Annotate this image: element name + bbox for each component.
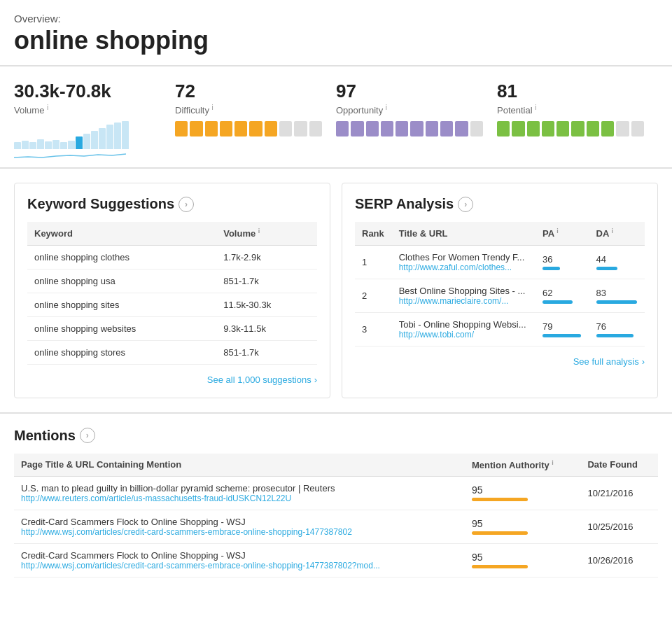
potential-value: 81 [497,80,644,102]
serp-row: 2 Best Online Shopping Sites - ... http:… [355,279,645,312]
mention-title-url: Credit-Card Scammers Flock to Online Sho… [14,543,465,577]
col-date-found: Date Found [580,454,658,477]
volume-cell: 11.5k-30.3k [216,293,317,316]
keyword-row: online shopping usa 851-1.7k [27,269,317,293]
seg [336,121,349,136]
serp-title-url: Clothes For Women Trendy F... http://www… [392,245,536,279]
metrics-row: 30.3k-70.8k Volume i 72 Difficulty i [0,66,672,169]
overview-label: Overview: [14,13,658,24]
vbar [106,125,113,149]
volume-cell: 1.7k-2.9k [216,245,317,269]
col-rank: Rank [355,222,392,245]
seg [440,121,453,136]
difficulty-label: Difficulty i [175,104,322,115]
pa-bar [542,300,573,304]
serp-analysis-arrow[interactable]: › [458,197,473,212]
keyword-row: online shopping sites 11.5k-30.3k [27,293,317,316]
metric-potential: 81 Potential i [497,80,658,160]
seg [249,121,262,136]
authority-bar [472,565,528,568]
seg [587,121,599,136]
seg [426,121,438,136]
vbar [29,142,36,149]
seg [601,121,614,136]
vbar [52,140,59,149]
keyword-row: online shopping stores 851-1.7k [27,340,317,364]
serp-analysis-title: SERP Analysis › [355,196,645,212]
col-mention-title: Page Title & URL Containing Mention [14,454,465,477]
seg-empty [294,121,307,136]
vbar [68,141,75,149]
mention-date: 10/26/2016 [580,543,658,577]
mention-authority: 95 [465,543,580,577]
keyword-cell: online shopping clothes [27,245,216,269]
two-col-section: Keyword Suggestions › Keyword Volume i o… [0,169,672,413]
seg-empty [279,121,292,136]
mentions-table: Page Title & URL Containing Mention Ment… [14,454,658,578]
col-title-url: Title & URL [392,222,536,245]
seg [234,121,247,136]
mention-date: 10/21/2016 [580,476,658,510]
vbar [22,141,29,149]
potential-bar [497,121,644,136]
seg [220,121,232,136]
mention-date: 10/25/2016 [580,510,658,543]
keyword-suggestions-title: Keyword Suggestions › [27,196,317,212]
difficulty-value: 72 [175,80,322,102]
authority-bar [472,498,528,501]
serp-row: 3 Tobi - Online Shopping Websi... http:/… [355,312,645,346]
volume-value: 30.3k-70.8k [14,80,161,102]
see-all-suggestions[interactable]: See all 1,000 suggestions › [27,374,317,385]
seg-empty [309,121,322,136]
mentions-arrow[interactable]: › [80,428,95,443]
serp-rank: 1 [355,245,392,279]
seg-empty [616,121,629,136]
serp-analysis-panel: SERP Analysis › Rank Title & URL PA i DA… [342,183,658,398]
serp-da: 76 [589,312,645,346]
keyword-row: online shopping websites 9.3k-11.5k [27,316,317,340]
col-mention-authority: Mention Authority i [465,454,580,477]
volume-line-chart [14,153,126,158]
serp-rank: 2 [355,279,392,312]
keyword-cell: online shopping websites [27,316,216,340]
vbar [114,122,121,149]
difficulty-bar [175,121,322,136]
seg [527,121,540,136]
serp-pa: 62 [536,279,589,312]
serp-da: 83 [589,279,645,312]
seg [556,121,569,136]
keyword-suggestions-arrow[interactable]: › [178,197,194,212]
seg [571,121,584,136]
see-full-analysis[interactable]: See full analysis › [355,356,645,367]
seg [190,121,202,136]
seg [542,121,554,136]
header: Overview: online shopping [0,0,672,66]
seg [512,121,524,136]
pa-bar [542,334,581,337]
seg [396,121,408,136]
serp-title-url: Best Online Shopping Sites - ... http://… [392,279,536,312]
keyword-row: online shopping clothes 1.7k-2.9k [27,245,317,269]
mention-authority: 95 [465,476,580,510]
opportunity-value: 97 [336,80,483,102]
mention-title-url: U.S. man to plead guilty in billion-doll… [14,476,465,510]
metric-difficulty: 72 Difficulty i [175,80,336,160]
mention-row: Credit-Card Scammers Flock to Online Sho… [14,543,658,577]
seg [497,121,510,136]
vbar [122,121,129,149]
seg [205,121,218,136]
keyword-suggestions-panel: Keyword Suggestions › Keyword Volume i o… [14,183,330,398]
seg [455,121,468,136]
keyword-suggestions-table: Keyword Volume i online shopping clothes… [27,222,317,364]
volume-label: Volume i [14,104,161,115]
mention-title-url: Credit-Card Scammers Flock to Online Sho… [14,510,465,543]
mentions-title: Mentions › [14,428,658,444]
serp-title-url: Tobi - Online Shopping Websi... http://w… [392,312,536,346]
da-bar [596,300,637,304]
potential-label: Potential i [497,104,644,115]
volume-cell: 851-1.7k [216,269,317,293]
seg [351,121,363,136]
vbar [37,139,44,149]
keyword-cell: online shopping stores [27,340,216,364]
seg [410,121,423,136]
